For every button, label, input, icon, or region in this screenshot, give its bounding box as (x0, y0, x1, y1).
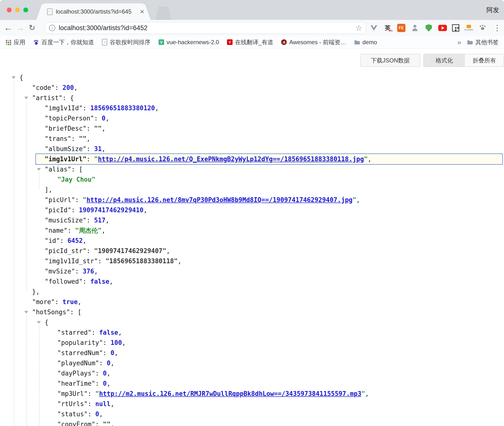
url-text[interactable]: localhost:3000/artists?id=6452 (59, 24, 355, 32)
json-line: "img1v1Url": "http://p4.music.126.net/Q_… (0, 154, 504, 164)
json-punctuation: { (19, 74, 23, 81)
json-line: "starred": false, (0, 327, 504, 338)
bookmark-item[interactable]: Vvue-hackernews-2.0 (159, 39, 219, 46)
json-punctuation: , (105, 217, 109, 224)
bookmark-label: 在线翻译_有道 (235, 38, 273, 46)
json-value: " (95, 390, 99, 397)
json-key: "starred" (57, 329, 92, 336)
json-punctuation: , (110, 400, 114, 408)
json-punctuation: , (155, 104, 159, 112)
json-punctuation: : (83, 104, 90, 112)
minimize-window-button[interactable] (15, 8, 20, 12)
collapse-all-button[interactable]: 折叠所有 (465, 54, 504, 67)
back-button[interactable]: ← (3, 20, 14, 36)
collapse-toggle-icon[interactable] (24, 97, 28, 99)
json-value: "" (79, 135, 86, 142)
json-punctuation: : (92, 329, 99, 336)
apps-icon (5, 39, 11, 45)
new-tab-button[interactable] (155, 6, 171, 20)
translate-extension-icon[interactable]: 英en (383, 24, 392, 32)
collapse-toggle-icon[interactable] (37, 168, 41, 171)
json-key: "picId" (45, 206, 71, 214)
person-extension-icon[interactable] (411, 24, 419, 32)
bookmark-item[interactable]: AAwesomes - 前端资… (281, 38, 346, 46)
page-info-icon[interactable]: i (49, 25, 55, 31)
bookmark-label: 其他书签 (475, 38, 499, 46)
json-punctuation: , (118, 329, 122, 336)
json-line: "albumSize": 31, (0, 144, 504, 154)
json-line: { (0, 72, 504, 83)
json-value: " (94, 155, 98, 163)
browser-tab[interactable]: localhost:3000/artists?id=645 × (36, 3, 151, 20)
bookmark-star-icon[interactable]: ☆ (355, 23, 362, 33)
bookmark-item[interactable]: 百度一下，你就知道 (33, 38, 94, 46)
bookmarks-overflow-icon[interactable]: » (456, 38, 463, 46)
json-punctuation: : (75, 268, 83, 275)
vue-devtools-icon[interactable] (370, 24, 378, 32)
format-button[interactable]: 格式化 (424, 54, 465, 67)
json-punctuation: : (86, 247, 94, 255)
json-value: 18569651883380120 (90, 104, 155, 112)
json-line: "mvSize": 376, (0, 266, 504, 276)
bookmark-other-bookmarks[interactable]: 其他书签 (467, 38, 499, 46)
json-value: 200 (62, 84, 74, 91)
json-url-link[interactable]: http://p4.music.126.net/8mv7qP30Pd3oHW8b… (86, 196, 353, 204)
vue-icon: V (159, 39, 164, 45)
json-key: "status" (57, 410, 88, 418)
bookmark-item[interactable]: Y在线翻译_有道 (227, 38, 273, 46)
download-json-button[interactable]: 下载JSON数据 (360, 54, 420, 67)
json-punctuation: , (109, 278, 113, 285)
json-line: "id": 6452, (0, 236, 504, 246)
collapse-toggle-icon[interactable] (37, 321, 41, 324)
bookmark-item[interactable]: 谷歌按时间排序 (102, 38, 151, 46)
tab-close-icon[interactable]: × (140, 8, 144, 16)
folder-icon (354, 39, 360, 45)
json-key: "id" (45, 237, 60, 244)
qrcode-extension-icon[interactable] (452, 24, 459, 32)
navigation-toolbar: ← → ↻ i localhost:3000/artists?id=6452 ☆… (0, 20, 504, 36)
bookmark-item[interactable]: 应用 (5, 38, 25, 46)
json-punctuation: : (55, 84, 62, 91)
json-value: " (83, 196, 87, 204)
collapse-toggle-icon[interactable] (12, 76, 16, 79)
youdao-icon: Y (227, 39, 233, 45)
json-line: "trans": "", (0, 134, 504, 144)
bookmark-item[interactable]: demo (354, 39, 377, 46)
json-punctuation: , (105, 115, 109, 122)
json-key: "dayPlays" (57, 370, 95, 377)
json-line: "img1v1Id": 18569651883380120, (0, 103, 504, 113)
json-line: "musicSize": 517, (0, 215, 504, 225)
json-line: }, (0, 287, 504, 297)
json-value: 0 (110, 349, 114, 357)
json-value: 376 (83, 268, 94, 275)
json-punctuation: : (71, 206, 79, 214)
shield-extension-icon[interactable] (424, 24, 433, 32)
json-value: false (99, 329, 118, 336)
player-extension-icon[interactable]: PLAYER (464, 24, 473, 32)
json-punctuation: : (86, 217, 94, 224)
json-key: "starredNum" (57, 349, 103, 357)
json-url-link[interactable]: http://p4.music.126.net/Q_ExePNkmgB2yWyL… (98, 155, 364, 163)
json-punctuation: , (356, 196, 360, 204)
json-value: true (62, 298, 78, 306)
translate-sub-glyph: en (389, 29, 393, 32)
zoom-window-button[interactable] (23, 8, 28, 12)
close-window-button[interactable] (7, 8, 12, 12)
youtube-extension-icon[interactable] (438, 25, 447, 31)
reload-button[interactable]: ↻ (27, 20, 37, 36)
browser-menu-icon[interactable]: ⋮ (493, 20, 501, 36)
fehelper-extension-icon[interactable]: FE (397, 24, 405, 32)
json-punctuation: : (103, 339, 110, 346)
json-key: "picUrl" (45, 196, 75, 204)
json-punctuation: : (60, 237, 67, 244)
collapse-toggle-icon[interactable] (24, 311, 28, 314)
paw-extension-icon[interactable] (478, 24, 487, 32)
profile-name: 阿发 (487, 6, 499, 14)
json-url-link[interactable]: http://m2.music.126.net/RMJR7wDullRqppBk… (99, 390, 361, 397)
json-punctuation: , (86, 135, 90, 142)
json-key: "topicPerson" (45, 115, 94, 122)
json-key: "name" (45, 227, 67, 234)
json-key: "albumSize" (45, 145, 86, 153)
address-bar[interactable]: i localhost:3000/artists?id=6452 ☆ (45, 22, 366, 34)
json-value: 100 (110, 339, 122, 346)
